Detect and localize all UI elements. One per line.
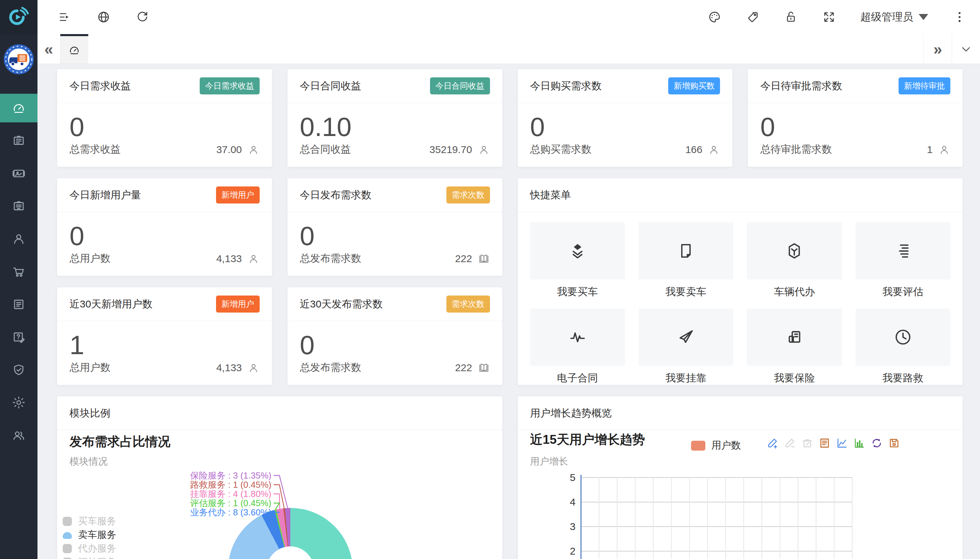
stat-card: 今日需求收益 今日需求收益 0 总需求收益 37.00 <box>57 69 272 167</box>
fullscreen-icon[interactable] <box>822 10 836 24</box>
sidebar-item-shield-check[interactable] <box>0 356 38 384</box>
card-header: 今日新增用户量 新增用户 <box>57 178 272 212</box>
stat-footer: 总合同收益 35219.70 <box>300 142 490 157</box>
unlock-icon[interactable] <box>784 10 798 24</box>
sidebar-item-feedback-edit[interactable] <box>0 323 38 351</box>
y-axis-tick: 4 <box>570 496 576 508</box>
quick-menu-label: 我要挂靠 <box>638 371 733 385</box>
person-icon <box>247 362 260 374</box>
sidebar-item-dashboard[interactable] <box>0 94 38 122</box>
sidebar-menu <box>0 94 38 450</box>
legend-label: 代办服务 <box>78 542 116 555</box>
globe-icon[interactable] <box>97 10 111 24</box>
header-right-icons <box>708 10 836 24</box>
line-chart-icon[interactable] <box>835 437 848 450</box>
save-icon[interactable] <box>888 437 901 450</box>
restore-icon[interactable] <box>870 437 883 450</box>
stat-footer-label: 总待审批需求数 <box>760 142 832 157</box>
sidebar-item-settings-gear[interactable] <box>0 388 38 417</box>
kebab-menu-icon[interactable] <box>953 10 966 24</box>
quick-menu-item[interactable]: 我要卖车 <box>638 222 733 299</box>
edit-minus-icon[interactable] <box>784 437 796 450</box>
quick-menu-tile <box>856 222 950 280</box>
tabs-scroll-right-button[interactable]: » <box>924 34 952 64</box>
stat-value: 0 <box>57 103 272 141</box>
sidebar-item-user[interactable] <box>0 225 38 253</box>
legend-marker <box>63 544 72 553</box>
align-lines-icon <box>893 241 913 261</box>
quick-menu-grid: 我要买车 我要卖车 车辆代办 我要评估 电子合同 我要挂靠 我要保险 我要路救 <box>518 212 963 385</box>
status-badge: 新增用户 <box>216 296 260 313</box>
quick-menu-label: 我要评估 <box>856 285 950 299</box>
sidebar-item-document[interactable] <box>0 290 38 319</box>
user-menu[interactable]: 超级管理员 <box>860 10 928 24</box>
stat-card: 今日合同收益 今日合同收益 0.10 总合同收益 35219.70 <box>287 69 503 167</box>
quick-menu-item[interactable]: 我要路救 <box>856 308 950 385</box>
user-growth-card: 用户增长趋势概览 近15天用户增长趋势 用户数 用户增长 5432 <box>518 396 963 559</box>
quick-menu-label: 电子合同 <box>530 371 625 385</box>
clear-icon[interactable] <box>801 437 814 450</box>
stat-card-title: 近30天新增用户数 <box>69 297 152 311</box>
pie-legend-item[interactable]: 评估服务 <box>63 555 116 559</box>
quick-menu-item[interactable]: 我要保险 <box>747 308 841 385</box>
stat-footer: 总用户数 4,133 <box>69 361 260 375</box>
status-badge: 新增待审批 <box>899 78 950 94</box>
legend-marker <box>63 557 72 559</box>
y-axis-tick: 5 <box>570 472 576 483</box>
pie-chart-title: 发布需求占比情况 <box>69 433 170 450</box>
stat-value: 0 <box>57 212 272 250</box>
paper-plane-icon <box>676 327 696 347</box>
stat-footer: 总购买需求数 166 <box>530 142 720 157</box>
data-view-icon[interactable] <box>818 437 831 450</box>
quick-menu-label: 我要路救 <box>856 371 950 385</box>
card-title: 用户增长趋势概览 <box>530 406 612 420</box>
quick-menu-item[interactable]: 我要评估 <box>856 222 950 299</box>
pie-legend-item[interactable]: 买车服务 <box>63 514 116 528</box>
stat-card-title: 今日合同收益 <box>300 79 361 93</box>
line-chart-legend-item[interactable]: 用户数 <box>691 439 741 452</box>
tab-dashboard[interactable] <box>60 34 88 64</box>
quick-menu-tile <box>856 308 950 366</box>
clock-icon <box>893 327 913 347</box>
stat-card: 今日发布需求数 需求次数 0 总发布需求数 222 <box>287 178 503 276</box>
dashboard-grid: 今日需求收益 今日需求收益 0 总需求收益 37.00 今日合同收益 今日合同收… <box>57 69 963 559</box>
pie-legend-item[interactable]: 代办服务 <box>63 542 116 555</box>
tabs-scroll-left-button[interactable]: « <box>38 34 60 64</box>
stat-footer-label: 总用户数 <box>69 361 111 375</box>
edit-add-icon[interactable] <box>766 437 779 450</box>
sidebar-item-clipboard[interactable] <box>0 192 38 220</box>
pie-legend: 买车服务 卖车服务 代办服务 评估服务 <box>63 514 116 559</box>
sidebar-item-work-order[interactable] <box>0 126 38 155</box>
status-badge: 需求次数 <box>446 296 490 313</box>
quick-menu-item[interactable]: 我要挂靠 <box>638 308 733 385</box>
pulse-icon <box>568 327 587 347</box>
quick-menu-tile <box>530 222 625 280</box>
collapse-menu-icon[interactable] <box>58 10 71 24</box>
quick-menu-item[interactable]: 车辆代办 <box>747 222 841 299</box>
sidebar-item-cart[interactable] <box>0 257 38 286</box>
box-icon <box>784 241 804 261</box>
quick-menu-item[interactable]: 电子合同 <box>530 308 625 385</box>
sidebar-item-banner-image[interactable] <box>0 159 38 188</box>
palette-icon[interactable] <box>708 10 721 24</box>
tag-icon[interactable] <box>746 10 759 24</box>
card-title: 模块比例 <box>69 406 111 420</box>
bar-chart-icon[interactable] <box>853 437 866 450</box>
line-chart-subtitle: 用户增长 <box>530 455 568 468</box>
tabs-dropdown-button[interactable] <box>952 34 980 64</box>
stat-footer-value: 166 <box>685 144 720 156</box>
person-icon <box>938 144 950 156</box>
person-icon <box>708 144 720 156</box>
stat-value: 0 <box>288 212 502 250</box>
stat-card-title: 今日新增用户量 <box>69 188 141 202</box>
pie-legend-item[interactable]: 卖车服务 <box>63 528 116 542</box>
app-logo[interactable] <box>0 0 38 34</box>
sidebar-item-team[interactable] <box>0 421 38 450</box>
status-badge: 今日合同收益 <box>430 78 490 94</box>
legend-swatch <box>691 441 705 451</box>
card-header: 近30天新增用户数 新增用户 <box>57 287 272 321</box>
refresh-icon[interactable] <box>135 10 149 24</box>
stat-footer-label: 总用户数 <box>69 251 111 266</box>
card-header: 模块比例 <box>57 397 502 430</box>
quick-menu-item[interactable]: 我要买车 <box>530 222 625 299</box>
